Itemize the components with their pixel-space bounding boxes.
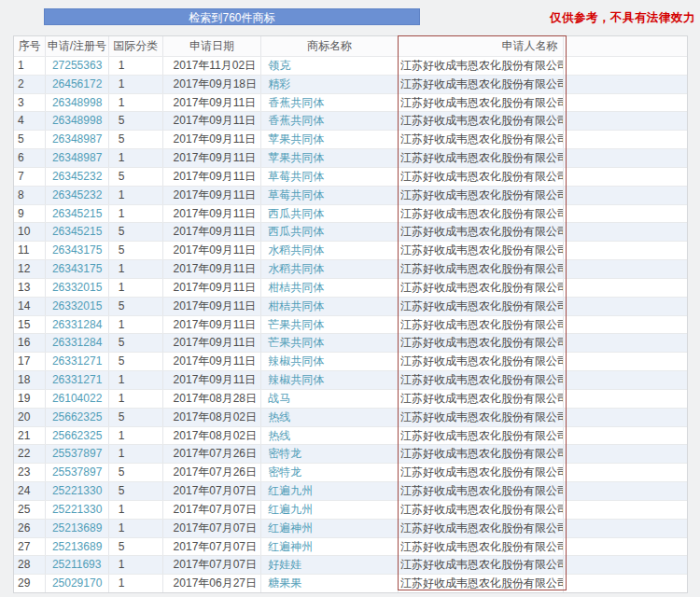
serial-cell: 5 <box>14 131 46 148</box>
disclaimer-text: 仅供参考，不具有法律效力 <box>550 10 695 26</box>
trademark-name-link[interactable]: 热线 <box>261 427 399 445</box>
serial-cell: 14 <box>14 298 46 315</box>
registration-number-link[interactable]: 26332015 <box>46 298 109 315</box>
trademark-name-link[interactable]: 好娃娃 <box>261 556 399 574</box>
registration-number-link[interactable]: 26348998 <box>46 112 109 130</box>
empty-cell <box>564 112 687 130</box>
registration-number-link[interactable]: 26345232 <box>46 168 109 186</box>
serial-cell: 20 <box>14 409 46 426</box>
registration-number-link[interactable]: 26345215 <box>46 205 109 223</box>
applicant-cell: 江苏好收成韦恩农化股份有限公司 <box>399 76 564 93</box>
registration-number-link[interactable]: 25211693 <box>46 556 109 574</box>
table-row: 172633127152017年09月11日辣椒共同体江苏好收成韦恩农化股份有限… <box>14 352 687 370</box>
class-cell: 1 <box>109 149 163 167</box>
registration-number-link[interactable]: 26348998 <box>46 94 109 112</box>
class-cell: 5 <box>109 112 163 130</box>
trademark-name-link[interactable]: 柑桔共同体 <box>261 298 399 315</box>
trademark-name-link[interactable]: 香蕉共同体 <box>261 94 399 112</box>
applicant-cell: 江苏好收成韦恩农化股份有限公司 <box>399 298 564 315</box>
registration-number-link[interactable]: 26348987 <box>46 149 109 167</box>
applicant-cell: 江苏好收成韦恩农化股份有限公司 <box>399 409 564 426</box>
trademark-name-link[interactable]: 精彩 <box>261 76 399 93</box>
registration-number-link[interactable]: 25662325 <box>46 427 109 445</box>
trademark-name-link[interactable]: 辣椒共同体 <box>261 371 399 389</box>
registration-number-link[interactable]: 26331284 <box>46 334 109 352</box>
header-serial: 序号 <box>14 36 46 56</box>
table-row: 222553789712017年07月26日密特龙江苏好收成韦恩农化股份有限公司 <box>14 444 687 463</box>
registration-number-link[interactable]: 26343175 <box>46 242 109 259</box>
table-row: 212566232512017年08月02日热线江苏好收成韦恩农化股份有限公司 <box>14 426 687 445</box>
serial-cell: 10 <box>14 223 46 241</box>
serial-cell: 4 <box>14 112 46 130</box>
registration-number-link[interactable]: 25213689 <box>46 538 109 556</box>
date-cell: 2017年09月11日 <box>163 149 262 167</box>
trademark-name-link[interactable]: 红遍九州 <box>261 501 399 519</box>
registration-number-link[interactable]: 26456172 <box>46 76 109 93</box>
trademark-name-link[interactable]: 香蕉共同体 <box>261 112 399 130</box>
trademark-name-link[interactable]: 密特龙 <box>261 464 399 481</box>
class-cell: 5 <box>109 538 163 556</box>
empty-cell <box>564 168 687 186</box>
result-count-banner[interactable]: 检索到760件商标 <box>44 8 420 25</box>
class-cell: 5 <box>109 353 163 370</box>
serial-cell: 3 <box>14 94 46 112</box>
trademark-name-link[interactable]: 苹果共同体 <box>261 149 399 167</box>
registration-number-link[interactable]: 25221330 <box>46 501 109 519</box>
applicant-cell: 江苏好收成韦恩农化股份有限公司 <box>399 575 564 592</box>
registration-number-link[interactable]: 26348987 <box>46 131 109 148</box>
serial-cell: 29 <box>14 575 46 592</box>
registration-number-link[interactable]: 26343175 <box>46 260 109 278</box>
trademark-name-link[interactable]: 领克 <box>261 57 399 75</box>
trademark-name-link[interactable]: 战马 <box>261 390 399 408</box>
registration-number-link[interactable]: 25029170 <box>46 575 109 592</box>
trademark-name-link[interactable]: 芒果共同体 <box>261 334 399 352</box>
registration-number-link[interactable]: 26331271 <box>46 371 109 389</box>
trademark-name-link[interactable]: 辣椒共同体 <box>261 353 399 370</box>
trademark-name-link[interactable]: 水稻共同体 <box>261 260 399 278</box>
trademark-name-link[interactable]: 苹果共同体 <box>261 131 399 148</box>
registration-number-link[interactable]: 26345215 <box>46 223 109 241</box>
date-cell: 2017年07月26日 <box>163 464 262 481</box>
empty-cell <box>564 316 687 334</box>
registration-number-link[interactable]: 26104022 <box>46 390 109 408</box>
applicant-cell: 江苏好收成韦恩农化股份有限公司 <box>399 501 564 519</box>
table-row: 272521368952017年07月07日红遍神州江苏好收成韦恩农化股份有限公… <box>14 537 687 556</box>
applicant-cell: 江苏好收成韦恩农化股份有限公司 <box>399 334 564 352</box>
class-cell: 1 <box>109 260 163 278</box>
date-cell: 2017年09月11日 <box>163 353 262 370</box>
header-application-date: 申请日期 <box>163 36 262 56</box>
trademark-name-link[interactable]: 柑桔共同体 <box>261 279 399 297</box>
trademark-name-link[interactable]: 草莓共同体 <box>261 187 399 204</box>
date-cell: 2017年11月02日 <box>163 57 262 75</box>
trademark-name-link[interactable]: 红遍神州 <box>261 538 399 556</box>
trademark-name-link[interactable]: 西瓜共同体 <box>261 205 399 223</box>
registration-number-link[interactable]: 25662325 <box>46 409 109 426</box>
registration-number-link[interactable]: 26345232 <box>46 187 109 204</box>
trademark-name-link[interactable]: 芒果共同体 <box>261 316 399 334</box>
registration-number-link[interactable]: 25537897 <box>46 445 109 463</box>
empty-cell <box>564 279 687 297</box>
trademark-name-link[interactable]: 西瓜共同体 <box>261 223 399 241</box>
table-row: 92634521512017年09月11日西瓜共同体江苏好收成韦恩农化股份有限公… <box>14 204 687 223</box>
registration-number-link[interactable]: 25221330 <box>46 482 109 500</box>
registration-number-link[interactable]: 27255363 <box>46 57 109 75</box>
trademark-name-link[interactable]: 密特龙 <box>261 445 399 463</box>
registration-number-link[interactable]: 26331284 <box>46 316 109 334</box>
trademark-name-link[interactable]: 红遍九州 <box>261 482 399 500</box>
serial-cell: 13 <box>14 279 46 297</box>
registration-number-link[interactable]: 26331271 <box>46 353 109 370</box>
registration-number-link[interactable]: 25537897 <box>46 464 109 481</box>
trademark-name-link[interactable]: 糖果果 <box>261 575 399 592</box>
trademark-name-link[interactable]: 草莓共同体 <box>261 168 399 186</box>
applicant-cell: 江苏好收成韦恩农化股份有限公司 <box>399 260 564 278</box>
trademark-name-link[interactable]: 红遍神州 <box>261 520 399 537</box>
empty-cell <box>564 334 687 352</box>
registration-number-link[interactable]: 26332015 <box>46 279 109 297</box>
trademark-name-link[interactable]: 水稻共同体 <box>261 242 399 259</box>
empty-cell <box>564 556 687 574</box>
trademark-name-link[interactable]: 热线 <box>261 409 399 426</box>
date-cell: 2017年07月26日 <box>163 445 262 463</box>
registration-number-link[interactable]: 25213689 <box>46 520 109 537</box>
serial-cell: 17 <box>14 353 46 370</box>
table-row: 282521169312017年07月07日好娃娃江苏好收成韦恩农化股份有限公司 <box>14 555 687 574</box>
